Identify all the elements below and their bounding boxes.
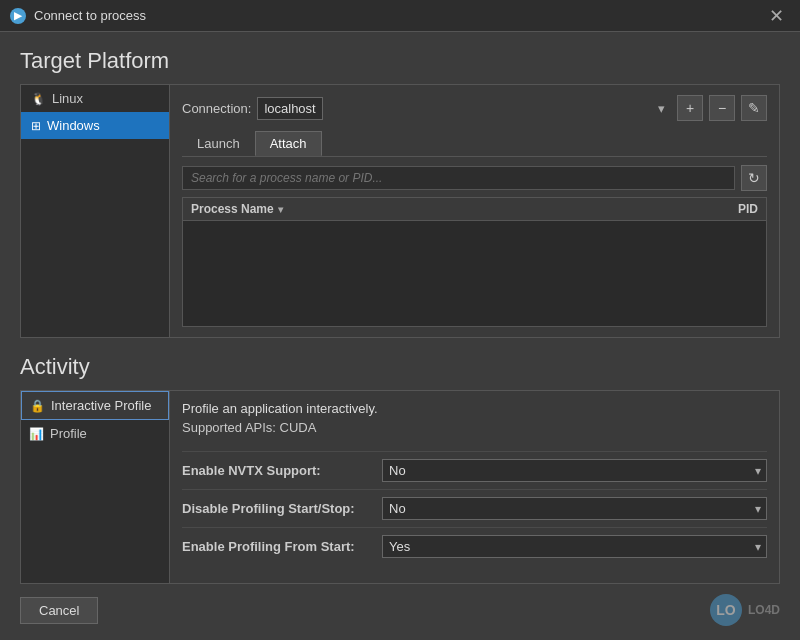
linux-icon: 🐧 <box>31 92 46 106</box>
process-table-body <box>183 221 766 321</box>
search-input[interactable] <box>182 166 735 190</box>
watermark-text: LO4D <box>748 603 780 617</box>
watermark-logo: LO <box>710 594 742 626</box>
profiling-start-stop-label: Disable Profiling Start/Stop: <box>182 501 382 516</box>
activity-detail: Profile an application interactively. Su… <box>170 390 780 584</box>
edit-connection-button[interactable]: ✎ <box>741 95 767 121</box>
tabs: Launch Attach <box>182 131 767 157</box>
profile-icon: 📊 <box>29 427 44 441</box>
settings-area: Enable NVTX Support: No Yes Disable Prof… <box>182 451 767 565</box>
process-table: Process Name ▾ PID <box>182 197 767 327</box>
profiling-from-start-wrapper: Yes No <box>382 535 767 558</box>
col-process-name: Process Name ▾ <box>191 202 698 216</box>
target-platform-section: 🐧 Linux ⊞ Windows Connection: localhost … <box>20 84 780 338</box>
sort-arrow-icon: ▾ <box>278 204 283 215</box>
watermark: LO LO4D <box>710 594 780 626</box>
activity-description: Profile an application interactively. <box>182 401 767 416</box>
app-icon: ▶ <box>10 8 26 24</box>
remove-connection-button[interactable]: − <box>709 95 735 121</box>
nvtx-select-wrapper: No Yes <box>382 459 767 482</box>
window-title: Connect to process <box>34 8 146 23</box>
platform-item-linux[interactable]: 🐧 Linux <box>21 85 169 112</box>
activity-item-interactive-profile[interactable]: 🔒 Interactive Profile <box>21 391 169 420</box>
profiling-start-stop-wrapper: No Yes <box>382 497 767 520</box>
cancel-button[interactable]: Cancel <box>20 597 98 624</box>
setting-row-profiling-from-start: Enable Profiling From Start: Yes No <box>182 527 767 565</box>
platform-item-windows[interactable]: ⊞ Windows <box>21 112 169 139</box>
profiling-start-stop-select[interactable]: No Yes <box>382 497 767 520</box>
connection-select[interactable]: localhost <box>257 97 323 120</box>
activity-list: 🔒 Interactive Profile 📊 Profile <box>20 390 170 584</box>
connection-dropdown-wrapper: localhost <box>257 97 671 120</box>
tab-attach[interactable]: Attach <box>255 131 322 156</box>
setting-row-profiling-start-stop: Disable Profiling Start/Stop: No Yes <box>182 489 767 527</box>
connection-panel: Connection: localhost + − ✎ Launch Attac… <box>170 84 780 338</box>
profiling-from-start-label: Enable Profiling From Start: <box>182 539 382 554</box>
platform-list: 🐧 Linux ⊞ Windows <box>20 84 170 338</box>
activity-content: 🔒 Interactive Profile 📊 Profile Profile … <box>20 390 780 584</box>
close-button[interactable]: ✕ <box>763 5 790 27</box>
title-bar-left: ▶ Connect to process <box>10 8 146 24</box>
process-table-header: Process Name ▾ PID <box>183 198 766 221</box>
search-row: ↻ <box>182 165 767 191</box>
windows-icon: ⊞ <box>31 119 41 133</box>
activity-supported-apis: Supported APIs: CUDA <box>182 420 767 435</box>
activity-section: Activity 🔒 Interactive Profile 📊 Profile… <box>20 354 780 584</box>
profiling-from-start-select[interactable]: Yes No <box>382 535 767 558</box>
add-connection-button[interactable]: + <box>677 95 703 121</box>
nvtx-label: Enable NVTX Support: <box>182 463 382 478</box>
col-pid: PID <box>698 202 758 216</box>
main-content: Target Platform 🐧 Linux ⊞ Windows Connec… <box>0 32 800 640</box>
bottom-bar: Cancel LO LO4D <box>20 584 780 626</box>
title-bar: ▶ Connect to process ✕ <box>0 0 800 32</box>
section-title-activity: Activity <box>20 354 780 380</box>
interactive-profile-icon: 🔒 <box>30 399 45 413</box>
connection-row: Connection: localhost + − ✎ <box>182 95 767 121</box>
refresh-button[interactable]: ↻ <box>741 165 767 191</box>
tab-launch[interactable]: Launch <box>182 131 255 156</box>
setting-row-nvtx: Enable NVTX Support: No Yes <box>182 451 767 489</box>
nvtx-select[interactable]: No Yes <box>382 459 767 482</box>
section-title-target: Target Platform <box>20 48 780 74</box>
connection-label: Connection: <box>182 101 251 116</box>
activity-item-profile[interactable]: 📊 Profile <box>21 420 169 447</box>
